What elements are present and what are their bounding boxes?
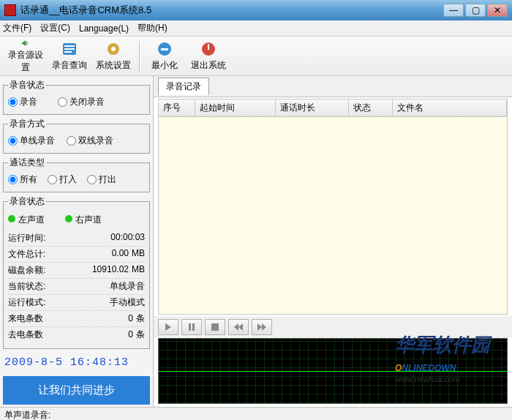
left-channel-dot xyxy=(8,215,15,222)
svg-rect-3 xyxy=(64,51,72,53)
toolbar: 录音源设置 录音查询 系统设置 最小化 退出系统 xyxy=(0,37,512,76)
outgoing-count-value: 0 xyxy=(128,329,133,340)
run-mode-value: 手动模式 xyxy=(110,296,145,309)
exit-icon xyxy=(200,40,217,58)
svg-rect-2 xyxy=(64,48,75,50)
group-record-mode: 录音方式 单线录音 双线录音 xyxy=(3,118,150,154)
svg-rect-9 xyxy=(208,44,209,50)
record-list: 序号 起始时间 通话时长 状态 文件名 xyxy=(158,99,508,315)
logo-zh: 华军软件园 xyxy=(395,332,490,358)
status-bar: 单声道录音: xyxy=(0,407,512,420)
menu-file[interactable]: 文件(F) xyxy=(3,22,31,34)
watermark-logo: 华军软件园 ONLINEDOWN www.newhua.com xyxy=(395,332,490,383)
run-mode-label: 运行模式: xyxy=(8,296,45,309)
left-channel-label: 左声道 xyxy=(18,214,45,225)
radio-incoming[interactable]: 打入 xyxy=(48,173,77,186)
incoming-count-label: 来电条数 xyxy=(8,312,43,325)
maximize-button[interactable]: ▢ xyxy=(465,4,486,17)
col-duration[interactable]: 通话时长 xyxy=(276,100,349,116)
rewind-button[interactable] xyxy=(228,319,249,335)
app-icon xyxy=(4,4,16,16)
tab-record-log[interactable]: 录音记录 xyxy=(158,78,209,95)
group-record-state: 录音状态 录音 关闭录音 xyxy=(3,79,150,115)
radio-outgoing[interactable]: 打出 xyxy=(87,173,116,186)
stop-button[interactable] xyxy=(205,319,225,335)
col-start-time[interactable]: 起始时间 xyxy=(195,100,276,116)
menu-settings[interactable]: 设置(C) xyxy=(40,22,70,34)
col-seq[interactable]: 序号 xyxy=(159,100,195,116)
group-channel-state: 录音状态 左声道 右声道 运行时间:00:00:03 文件总计:0.00MB 磁… xyxy=(3,195,150,349)
legend-record-state: 录音状态 xyxy=(8,79,46,91)
col-state[interactable]: 状态 xyxy=(349,100,393,116)
svg-rect-11 xyxy=(192,323,195,331)
list-header: 序号 起始时间 通话时长 状态 文件名 xyxy=(159,100,507,117)
disk-label: 磁盘余额: xyxy=(8,264,45,277)
speaker-icon xyxy=(17,39,34,48)
incoming-count-value: 0 xyxy=(128,313,133,323)
legend-channel-state: 录音状态 xyxy=(8,195,46,208)
svg-rect-12 xyxy=(211,323,219,331)
runtime-label: 运行时间: xyxy=(8,232,45,244)
datetime-display: 2009-8-5 16:48:13 xyxy=(3,352,150,373)
title-bar: 话录通__电话录音CRM系统8.5 — ▢ ✕ xyxy=(0,0,512,20)
status-text: 单声道录音: xyxy=(4,410,50,420)
current-state-label: 当前状态: xyxy=(8,280,45,293)
gear-icon xyxy=(105,40,122,58)
stats-block: 运行时间:00:00:03 文件总计:0.00MB 磁盘余额:10910.02M… xyxy=(8,229,145,344)
window-title: 话录通__电话录音CRM系统8.5 xyxy=(20,4,443,17)
current-state-value: 单线录音 xyxy=(110,280,145,293)
play-button[interactable] xyxy=(158,319,178,335)
files-label: 文件总计: xyxy=(8,248,45,260)
menu-bar: 文件(F) 设置(C) Language(L) 帮助(H) xyxy=(0,20,512,37)
right-channel-label: 右声道 xyxy=(75,214,102,225)
logo-en: ONLINEDOWN xyxy=(395,358,490,375)
minimize-icon xyxy=(156,40,173,58)
radio-all[interactable]: 所有 xyxy=(8,173,37,186)
minimize-button[interactable]: — xyxy=(443,4,464,17)
radio-single-line[interactable]: 单线录音 xyxy=(8,135,55,147)
pause-button[interactable] xyxy=(181,319,202,335)
col-filename[interactable]: 文件名 xyxy=(393,100,507,116)
forward-button[interactable] xyxy=(252,319,272,335)
logo-url: www.newhua.com xyxy=(395,375,490,383)
group-call-type: 通话类型 所有 打入 打出 xyxy=(3,157,150,192)
toolbar-exit[interactable]: 退出系统 xyxy=(187,39,230,74)
slogan-button[interactable]: 让我们共同进步 xyxy=(3,376,150,405)
menu-help[interactable]: 帮助(H) xyxy=(138,22,167,34)
menu-language[interactable]: Language(L) xyxy=(79,23,129,34)
toolbar-system-settings[interactable]: 系统设置 xyxy=(92,39,135,74)
legend-call-type: 通话类型 xyxy=(8,157,46,169)
right-channel-dot xyxy=(65,215,72,222)
files-value: 0.00 xyxy=(112,248,129,258)
radio-close-record[interactable]: 关闭录音 xyxy=(58,96,105,108)
disk-unit: MB xyxy=(132,264,145,274)
svg-rect-1 xyxy=(64,45,75,47)
outgoing-count-unit: 条 xyxy=(136,329,145,340)
runtime-value: 00:00:03 xyxy=(110,232,145,244)
svg-rect-10 xyxy=(189,323,191,331)
svg-point-5 xyxy=(111,47,116,51)
toolbar-minimize[interactable]: 最小化 xyxy=(143,39,186,74)
incoming-count-unit: 条 xyxy=(136,313,145,323)
disk-value: 10910.02 xyxy=(92,264,129,274)
toolbar-separator xyxy=(139,42,140,71)
close-button[interactable]: ✕ xyxy=(487,4,508,17)
outgoing-count-label: 去电条数 xyxy=(8,329,43,341)
radio-record[interactable]: 录音 xyxy=(8,96,37,108)
radio-dual-line[interactable]: 双线录音 xyxy=(67,135,113,147)
list-icon xyxy=(61,40,78,58)
list-body[interactable] xyxy=(159,117,507,314)
right-panel: 录音记录 序号 起始时间 通话时长 状态 文件名 华军软件园 ONLI xyxy=(154,76,512,407)
toolbar-source-settings[interactable]: 录音源设置 xyxy=(4,39,47,74)
svg-rect-7 xyxy=(161,48,168,50)
legend-record-mode: 录音方式 xyxy=(8,118,46,130)
left-panel: 录音状态 录音 关闭录音 录音方式 单线录音 双线录音 通话类型 所有 打入 打… xyxy=(0,76,154,407)
files-unit: MB xyxy=(132,248,145,258)
toolbar-record-query[interactable]: 录音查询 xyxy=(48,39,91,74)
